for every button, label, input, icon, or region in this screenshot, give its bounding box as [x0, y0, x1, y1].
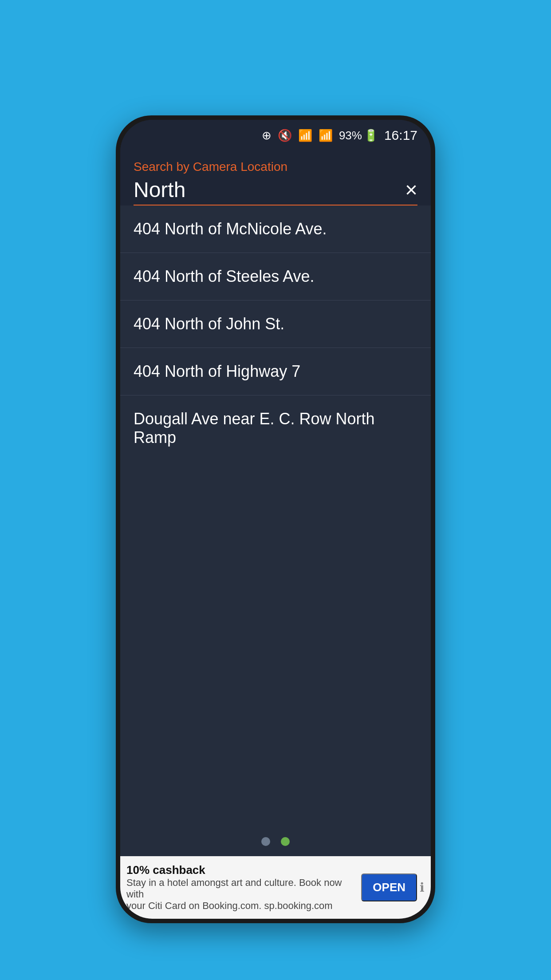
- results-list: 404 North of McNicole Ave. 404 North of …: [120, 205, 431, 516]
- ad-headline: 10% cashback: [126, 863, 361, 877]
- ad-body2: your Citi Card on Booking.com. sp.bookin…: [126, 900, 361, 912]
- list-item[interactable]: 404 North of McNicole Ave.: [120, 205, 431, 253]
- result-text: 404 North of McNicole Ave.: [134, 220, 327, 238]
- phone-mockup: ⊕ 🔇 📶 📶 93% 🔋 16:17 Search by Camera Loc…: [116, 115, 435, 923]
- search-input[interactable]: North: [134, 178, 185, 202]
- list-spacer: [120, 516, 431, 827]
- status-time: 16:17: [384, 128, 417, 143]
- ad-banner: 10% cashback Stay in a hotel amongst art…: [120, 856, 431, 919]
- status-bar: ⊕ 🔇 📶 📶 93% 🔋 16:17: [120, 120, 431, 151]
- pagination-dots: [120, 826, 431, 857]
- close-button[interactable]: ×: [405, 178, 417, 202]
- result-text: 404 North of John St.: [134, 315, 284, 333]
- wifi-icon: 📶: [298, 129, 312, 142]
- search-label: Search by Camera Location: [134, 160, 417, 174]
- list-item[interactable]: 404 North of John St.: [120, 300, 431, 348]
- search-input-row: North ×: [134, 178, 417, 205]
- add-circle-icon: ⊕: [262, 129, 272, 142]
- list-item[interactable]: Dougall Ave near E. C. Row North Ramp: [120, 395, 431, 461]
- battery-icon: 🔋: [364, 129, 378, 142]
- mute-icon: 🔇: [278, 129, 292, 142]
- dot-2[interactable]: [281, 837, 290, 846]
- battery-indicator: 93% 🔋: [339, 129, 378, 142]
- list-item[interactable]: 404 North of Steeles Ave.: [120, 253, 431, 300]
- search-container: Search by Camera Location North ×: [120, 151, 431, 205]
- phone-screen: ⊕ 🔇 📶 📶 93% 🔋 16:17 Search by Camera Loc…: [120, 120, 431, 919]
- result-text: Dougall Ave near E. C. Row North Ramp: [134, 410, 375, 447]
- ad-body: Stay in a hotel amongst art and culture.…: [126, 877, 361, 900]
- result-text: 404 North of Highway 7: [134, 362, 300, 380]
- ad-info-icon[interactable]: ℹ: [420, 880, 425, 895]
- battery-percent: 93%: [339, 129, 362, 142]
- signal-icon: 📶: [319, 129, 333, 142]
- result-text: 404 North of Steeles Ave.: [134, 267, 315, 285]
- dot-1[interactable]: [261, 837, 270, 846]
- ad-open-button[interactable]: OPEN: [361, 873, 417, 901]
- list-item[interactable]: 404 North of Highway 7: [120, 348, 431, 395]
- ad-text: 10% cashback Stay in a hotel amongst art…: [126, 863, 361, 912]
